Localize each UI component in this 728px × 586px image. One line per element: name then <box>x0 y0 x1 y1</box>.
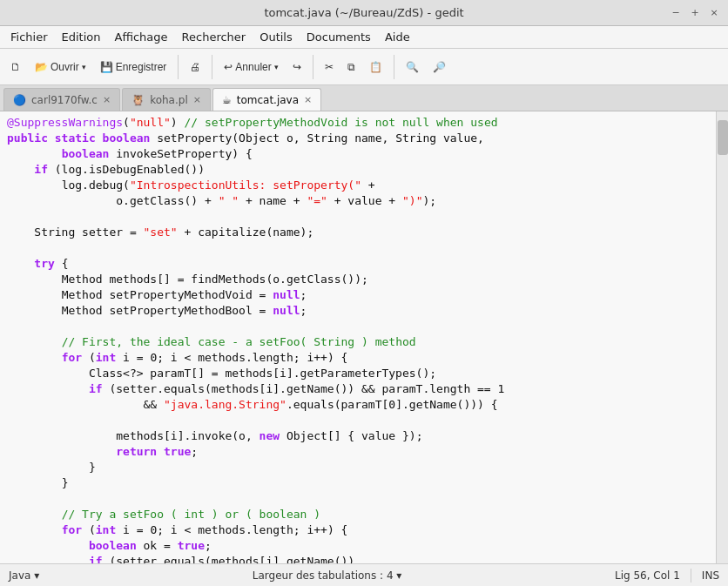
menu-affichage[interactable]: Affichage <box>107 28 174 46</box>
undo-button[interactable]: ↩ Annuler ▾ <box>219 57 283 77</box>
redo-button[interactable]: ↪ <box>287 57 307 77</box>
menu-documents[interactable]: Documents <box>300 28 378 46</box>
statusbar-right: Lig 56, Col 1 INS <box>615 569 719 583</box>
toolbar-sep-1 <box>178 55 179 79</box>
code-scroll-area[interactable]: @SuppressWarnings("null") // setProperty… <box>0 111 716 563</box>
copy-button[interactable]: ⧉ <box>342 57 361 77</box>
tab-close-carl9170[interactable]: × <box>103 94 111 105</box>
close-button[interactable]: × <box>707 6 721 20</box>
replace-button[interactable]: 🔎 <box>428 57 451 77</box>
tab-label-koha: koha.pl <box>150 94 188 106</box>
open-label: Ouvrir <box>51 61 79 73</box>
code-container: @SuppressWarnings("null") // setProperty… <box>0 111 728 563</box>
language-text: Java <box>9 569 30 582</box>
toolbar-sep-3 <box>313 55 313 79</box>
paste-icon: 📋 <box>369 61 382 73</box>
print-icon: 🖨 <box>190 61 200 73</box>
tab-icon-carl9170: 🔵 <box>13 94 26 106</box>
cut-icon: ✂ <box>325 61 334 73</box>
find-button[interactable]: 🔍 <box>401 57 424 77</box>
cut-button[interactable]: ✂ <box>320 57 339 77</box>
undo-chevron-icon: ▾ <box>274 63 279 71</box>
statusbar-left: Java ▾ <box>9 569 39 582</box>
window-title: tomcat.java (~/Bureau/ZdS) - gedit <box>264 6 463 19</box>
save-button[interactable]: 💾 Enregistrer <box>95 57 172 77</box>
replace-icon: 🔎 <box>433 61 446 73</box>
statusbar-center: Largeur des tabulations : 4 ▾ <box>253 569 402 582</box>
menu-rechercher[interactable]: Rechercher <box>175 28 253 46</box>
language-chevron-icon: ▾ <box>34 569 39 582</box>
tab-icon-koha: 🦉 <box>131 94 145 106</box>
language-label[interactable]: Java ▾ <box>9 569 39 582</box>
new-icon: 🗋 <box>10 61 21 73</box>
tab-label-carl9170: carl9170fw.c <box>31 94 98 106</box>
vertical-scrollbar[interactable] <box>716 111 728 563</box>
tab-carl9170[interactable]: 🔵 carl9170fw.c × <box>3 88 120 111</box>
tab-close-koha[interactable]: × <box>193 94 201 105</box>
tab-width-chevron-icon: ▾ <box>396 569 401 582</box>
menu-fichier[interactable]: Fichier <box>3 28 55 46</box>
tab-label-tomcat: tomcat.java <box>237 94 299 106</box>
window-controls: − + × <box>669 6 721 20</box>
menu-outils[interactable]: Outils <box>253 28 300 46</box>
save-label: Enregistrer <box>116 61 167 73</box>
menu-aide[interactable]: Aide <box>378 28 417 46</box>
tab-tomcat[interactable]: ☕ tomcat.java × <box>212 88 321 111</box>
tab-icon-tomcat: ☕ <box>222 94 232 106</box>
code-editor[interactable]: @SuppressWarnings("null") // setProperty… <box>0 111 716 563</box>
paste-button[interactable]: 📋 <box>364 57 388 77</box>
menubar: Fichier Edition Affichage Rechercher Out… <box>0 26 728 49</box>
undo-label: Annuler <box>235 61 271 73</box>
cursor-position: Lig 56, Col 1 <box>615 569 680 582</box>
print-button[interactable]: 🖨 <box>185 57 206 77</box>
tab-koha[interactable]: 🦉 koha.pl × <box>122 88 211 111</box>
titlebar: tomcat.java (~/Bureau/ZdS) - gedit − + × <box>0 0 728 26</box>
toolbar: 🗋 📂 Ouvrir ▾ 💾 Enregistrer 🖨 ↩ Annuler ▾… <box>0 49 728 85</box>
open-button[interactable]: 📂 Ouvrir ▾ <box>30 57 91 77</box>
insert-mode: INS <box>702 569 719 582</box>
undo-icon: ↩ <box>224 61 233 73</box>
minimize-button[interactable]: − <box>669 6 683 20</box>
statusbar-sep <box>691 569 691 583</box>
copy-icon: ⧉ <box>347 61 355 73</box>
menu-edition[interactable]: Edition <box>55 28 108 46</box>
toolbar-sep-4 <box>394 55 394 79</box>
tab-bar: 🔵 carl9170fw.c × 🦉 koha.pl × ☕ tomcat.ja… <box>0 85 728 111</box>
scrollbar-thumb[interactable] <box>718 120 728 155</box>
toolbar-sep-2 <box>212 55 212 79</box>
tab-width-text: Largeur des tabulations : 4 <box>253 569 394 582</box>
redo-icon: ↪ <box>293 61 301 73</box>
new-button[interactable]: 🗋 <box>5 57 26 77</box>
tab-width-label[interactable]: Largeur des tabulations : 4 ▾ <box>253 569 402 582</box>
tab-close-tomcat[interactable]: × <box>304 94 312 105</box>
folder-open-icon: 📂 <box>35 61 48 73</box>
open-chevron-icon: ▾ <box>82 63 86 71</box>
statusbar: Java ▾ Largeur des tabulations : 4 ▾ Lig… <box>0 563 728 586</box>
search-icon: 🔍 <box>406 61 419 73</box>
maximize-button[interactable]: + <box>688 6 702 20</box>
save-icon: 💾 <box>100 61 113 73</box>
